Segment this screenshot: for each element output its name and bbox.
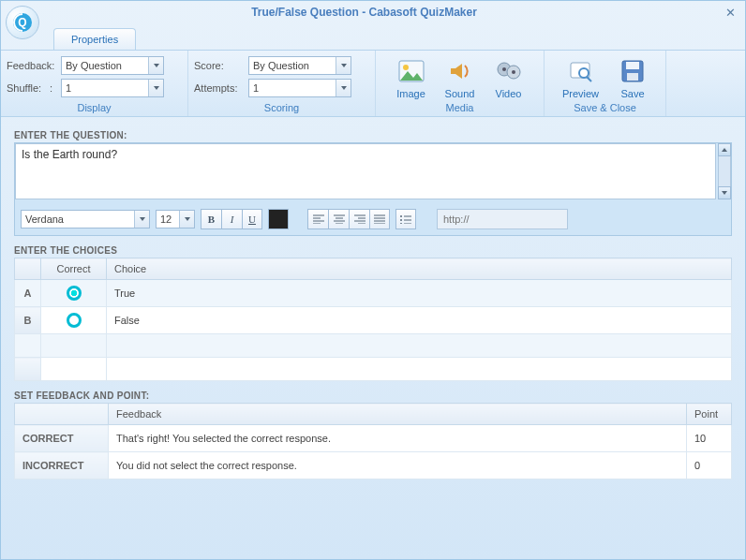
svg-point-34 <box>400 223 402 224</box>
feedback-header: SET FEEDBACK AND POINT: <box>14 391 732 401</box>
table-row[interactable] <box>15 358 732 381</box>
shuffle-combo[interactable] <box>61 79 164 97</box>
chevron-down-icon[interactable] <box>336 80 351 96</box>
save-icon <box>618 56 648 86</box>
image-button-label: Image <box>396 88 425 99</box>
row-correct: CORRECT <box>15 425 109 452</box>
url-input[interactable] <box>437 209 568 229</box>
row-incorrect: INCORRECT <box>15 452 109 479</box>
video-icon <box>494 56 524 86</box>
close-button[interactable]: ✕ <box>722 6 739 20</box>
align-left-button[interactable] <box>307 209 328 229</box>
group-label-save: Save & Close <box>550 100 660 116</box>
underline-button[interactable]: U <box>242 209 262 229</box>
sound-button-label: Sound <box>445 88 475 99</box>
svg-point-30 <box>400 215 402 217</box>
color-button[interactable] <box>268 209 289 229</box>
row-idx: A <box>15 280 41 307</box>
svg-point-3 <box>403 65 409 70</box>
ribbon: Feedback: Shuffle: : <box>1 50 745 117</box>
preview-button-label: Preview <box>562 88 599 99</box>
shuffle-label: Shuffle: <box>7 82 46 94</box>
incorrect-feedback[interactable]: You did not select the correct response. <box>109 452 687 479</box>
row-idx: B <box>15 307 41 334</box>
score-combo[interactable] <box>248 56 351 75</box>
save-button[interactable]: Save <box>610 53 655 99</box>
svg-rect-13 <box>627 73 638 81</box>
chevron-down-icon[interactable] <box>336 57 351 74</box>
svg-point-32 <box>400 219 402 221</box>
video-button[interactable]: Video <box>486 53 531 99</box>
align-center-button[interactable] <box>328 209 349 229</box>
align-right-button[interactable] <box>349 209 369 229</box>
italic-button[interactable]: I <box>221 209 242 229</box>
svg-point-6 <box>502 67 506 71</box>
attempts-label: Attempts: <box>194 82 245 94</box>
font-input[interactable] <box>22 211 134 228</box>
size-input[interactable] <box>157 211 179 228</box>
correct-radio[interactable] <box>67 286 82 301</box>
col-choice: Choice <box>107 258 732 280</box>
choice-text[interactable]: True <box>107 280 732 307</box>
correct-feedback[interactable]: That's right! You selected the correct r… <box>109 425 687 452</box>
image-button[interactable]: Image <box>389 53 434 99</box>
sound-icon <box>445 56 475 86</box>
table-row[interactable]: A True <box>15 280 732 307</box>
table-row[interactable]: B False <box>15 307 732 334</box>
question-header: ENTER THE QUESTION: <box>14 130 732 140</box>
font-combo[interactable] <box>21 210 150 228</box>
choice-text[interactable]: False <box>107 307 732 334</box>
row-header-col <box>15 404 109 425</box>
shuffle-input[interactable] <box>62 80 148 96</box>
correct-point[interactable]: 10 <box>687 425 732 452</box>
attempts-input[interactable] <box>249 80 336 96</box>
table-row[interactable]: CORRECT That's right! You selected the c… <box>15 425 732 452</box>
scroll-down-icon[interactable] <box>718 186 731 199</box>
table-row[interactable] <box>15 334 732 358</box>
bold-button[interactable]: B <box>201 209 221 229</box>
row-header-col <box>15 258 41 280</box>
group-label-scoring: Scoring <box>194 100 369 116</box>
feedback-label: Feedback: <box>7 60 57 71</box>
attempts-combo[interactable] <box>248 79 351 97</box>
save-button-label: Save <box>621 88 645 99</box>
chevron-down-icon[interactable] <box>148 80 163 96</box>
feedback-table: Feedback Point CORRECT That's right! You… <box>14 403 732 479</box>
svg-rect-12 <box>626 62 639 69</box>
question-text[interactable] <box>15 143 716 199</box>
preview-button[interactable]: Preview <box>555 53 606 99</box>
col-point: Point <box>687 404 732 425</box>
incorrect-point[interactable]: 0 <box>687 452 732 479</box>
svg-point-7 <box>512 70 515 74</box>
image-icon <box>396 56 426 86</box>
app-logo: Q <box>6 6 39 39</box>
score-input[interactable] <box>249 57 336 74</box>
col-correct: Correct <box>41 258 107 280</box>
window-title: True/False Question - Cabasoft QuizMaker <box>7 6 722 19</box>
scrollbar[interactable] <box>718 143 731 199</box>
format-toolbar: B I U <box>15 201 731 235</box>
size-combo[interactable] <box>156 210 195 228</box>
correct-radio[interactable] <box>67 313 82 328</box>
score-label: Score: <box>194 60 245 71</box>
shuffle-colon: : <box>50 82 57 94</box>
choices-table: Correct Choice A True B False <box>14 258 732 381</box>
feedback-input[interactable] <box>62 57 148 74</box>
sound-button[interactable]: Sound <box>438 53 483 99</box>
video-button-label: Video <box>496 88 522 99</box>
feedback-combo[interactable] <box>61 56 164 75</box>
preview-icon <box>566 56 596 86</box>
scroll-track[interactable] <box>718 156 731 186</box>
table-row[interactable]: INCORRECT You did not select the correct… <box>15 452 732 479</box>
tab-properties[interactable]: Properties <box>53 28 136 50</box>
group-label-media: Media <box>381 100 538 116</box>
choices-header: ENTER THE CHOICES <box>14 245 732 256</box>
chevron-down-icon[interactable] <box>134 211 149 228</box>
svg-text:Q: Q <box>18 16 26 29</box>
scroll-up-icon[interactable] <box>718 143 731 156</box>
chevron-down-icon[interactable] <box>179 211 194 228</box>
list-button[interactable] <box>395 209 416 229</box>
chevron-down-icon[interactable] <box>148 57 163 74</box>
align-justify-button[interactable] <box>369 209 390 229</box>
group-label-display: Display <box>7 100 182 116</box>
